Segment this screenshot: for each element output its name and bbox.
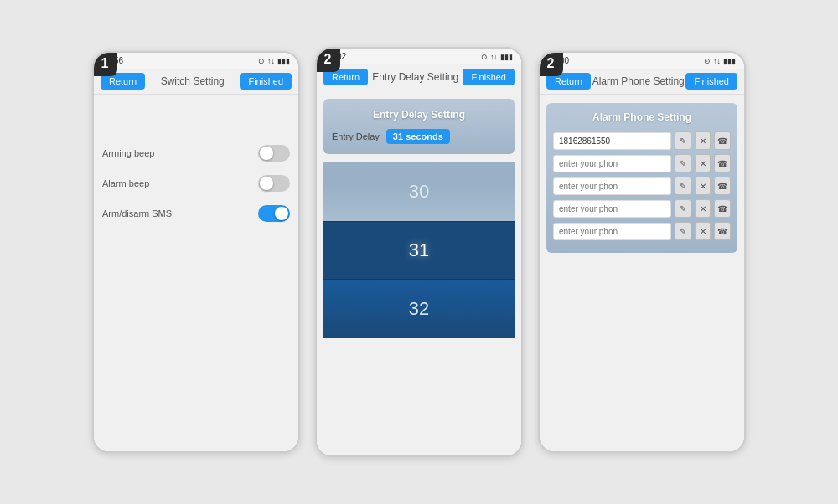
nav-bar-3: Return Alarm Phone Setting Finished: [540, 69, 744, 95]
phone-2: 2 15:02 ⊙ ↑↓ ▮▮▮ Return Entry Delay Sett…: [315, 47, 523, 457]
toggle-sms[interactable]: [258, 205, 290, 222]
toggle-row-alarm: Alarm beep: [102, 175, 290, 192]
phone-input-0[interactable]: [553, 132, 671, 150]
delay-label: Entry Delay: [332, 131, 380, 141]
toggle-label-arming: Arming beep: [102, 148, 154, 158]
status-bar-1: 14:56 ⊙ ↑↓ ▮▮▮: [94, 53, 298, 69]
toggle-row-sms: Arm/disarm SMS: [102, 205, 290, 222]
toggle-section: Arming beep Alarm beep Arm/disarm SMS: [94, 145, 298, 222]
edit-icon-0[interactable]: ✎: [675, 131, 691, 150]
finished-button-3[interactable]: Finished: [685, 73, 737, 90]
call-icon-1[interactable]: ☎: [714, 154, 731, 172]
call-icon-4[interactable]: ☎: [714, 222, 731, 240]
delay-row: Entry Delay 31 seconds: [332, 129, 506, 144]
toggle-alarm[interactable]: [258, 175, 290, 192]
toggle-label-sms: Arm/disarm SMS: [102, 208, 172, 219]
call-icon-0[interactable]: ☎: [714, 131, 731, 150]
clear-icon-1[interactable]: ✕: [695, 154, 711, 172]
edit-icon-2[interactable]: ✎: [675, 177, 691, 195]
nav-title-3: Alarm Phone Setting: [592, 75, 685, 87]
status-icons-2: ⊙ ↑↓ ▮▮▮: [481, 53, 513, 61]
call-icon-2[interactable]: ☎: [714, 177, 731, 195]
status-icons-3: ⊙ ↑↓ ▮▮▮: [704, 57, 736, 65]
scroll-num-30: 30: [409, 181, 429, 203]
edit-icon-1[interactable]: ✎: [675, 154, 691, 172]
scroll-num-32: 32: [409, 298, 429, 320]
delay-value: 31 seconds: [386, 129, 450, 144]
edit-icon-3[interactable]: ✎: [675, 199, 691, 218]
clear-icon-4[interactable]: ✕: [695, 222, 711, 240]
finished-button-1[interactable]: Finished: [240, 73, 292, 90]
clear-icon-2[interactable]: ✕: [695, 177, 711, 195]
step-badge-2: 2: [315, 47, 340, 72]
nav-bar-1: Return Switch Setting Finished: [94, 69, 298, 95]
edit-icon-4[interactable]: ✎: [675, 222, 691, 240]
phone-3: 2 15:00 ⊙ ↑↓ ▮▮▮ Return Alarm Phone Sett…: [538, 51, 746, 453]
phone-input-4[interactable]: [553, 223, 671, 240]
scroll-item-top[interactable]: 30: [323, 162, 515, 221]
toggle-arming[interactable]: [258, 145, 290, 162]
entry-delay-card-title: Entry Delay Setting: [332, 109, 506, 121]
phone-1-body: Arming beep Alarm beep Arm/disarm SMS: [94, 95, 298, 453]
phone-input-3[interactable]: [553, 200, 671, 218]
main-container: 1 14:56 ⊙ ↑↓ ▮▮▮ Return Switch Setting F…: [75, 30, 763, 474]
step-badge-3: 2: [538, 51, 563, 76]
scroll-item-middle[interactable]: 31: [323, 221, 515, 280]
clear-icon-3[interactable]: ✕: [695, 199, 711, 218]
status-icons-1: ⊙ ↑↓ ▮▮▮: [258, 57, 290, 65]
alarm-phone-card-title: Alarm Phone Setting: [553, 111, 731, 123]
phone-3-body: Alarm Phone Setting ✎ ✕ ☎ ✎ ✕ ☎ ✎: [540, 95, 744, 453]
entry-delay-card: Entry Delay Setting Entry Delay 31 secon…: [323, 99, 515, 154]
status-bar-2: 15:02 ⊙ ↑↓ ▮▮▮: [317, 49, 521, 64]
phone-entry-row-4: ✎ ✕ ☎: [553, 222, 731, 240]
scroll-num-31: 31: [409, 239, 429, 261]
step-badge-1: 1: [92, 51, 117, 76]
call-icon-3[interactable]: ☎: [714, 199, 731, 218]
phone-entry-row-3: ✎ ✕ ☎: [553, 199, 731, 218]
clear-icon-0[interactable]: ✕: [695, 131, 711, 150]
phone-input-1[interactable]: [553, 155, 671, 172]
scroll-item-bottom[interactable]: 32: [323, 280, 515, 338]
toggle-row-arming: Arming beep: [102, 145, 290, 162]
phone-2-body: Entry Delay Setting Entry Delay 31 secon…: [317, 90, 521, 457]
phone-1: 1 14:56 ⊙ ↑↓ ▮▮▮ Return Switch Setting F…: [92, 51, 300, 453]
nav-title-1: Switch Setting: [161, 75, 225, 87]
nav-bar-2: Return Entry Delay Setting Finished: [317, 64, 521, 90]
finished-button-2[interactable]: Finished: [463, 69, 515, 85]
phone-input-2[interactable]: [553, 177, 671, 195]
nav-title-2: Entry Delay Setting: [372, 71, 458, 83]
phone-entry-row-0: ✎ ✕ ☎: [553, 131, 731, 150]
scroll-picker[interactable]: 30 31 32: [323, 162, 515, 338]
alarm-phone-card: Alarm Phone Setting ✎ ✕ ☎ ✎ ✕ ☎ ✎: [546, 103, 737, 253]
phone-entry-row-1: ✎ ✕ ☎: [553, 154, 731, 172]
status-bar-3: 15:00 ⊙ ↑↓ ▮▮▮: [540, 53, 744, 69]
toggle-label-alarm: Alarm beep: [102, 178, 149, 188]
phone-entry-row-2: ✎ ✕ ☎: [553, 177, 731, 195]
